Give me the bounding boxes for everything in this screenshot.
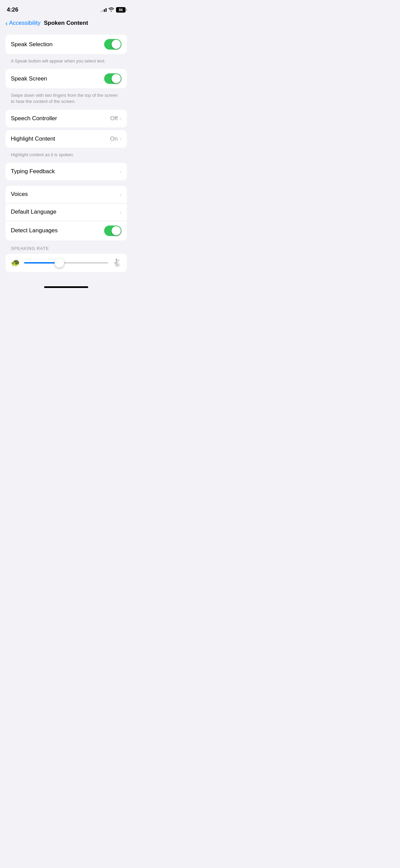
speak-selection-note: A Speak button will appear when you sele… xyxy=(5,56,127,69)
highlight-content-note: Highlight content as it is spoken. xyxy=(5,150,127,163)
battery-icon: 86 xyxy=(116,7,126,13)
voices-label: Voices xyxy=(11,191,28,198)
speak-selection-row[interactable]: Speak Selection xyxy=(5,35,127,54)
speaking-rate-slider[interactable] xyxy=(24,262,108,264)
voices-right: › xyxy=(120,192,121,197)
toggle-knob xyxy=(112,74,121,83)
status-time: 4:26 xyxy=(7,6,18,13)
status-bar: 4:26 86 xyxy=(0,0,132,17)
speak-selection-toggle[interactable] xyxy=(104,39,121,50)
typing-feedback-label: Typing Feedback xyxy=(11,168,55,175)
chevron-icon: › xyxy=(120,136,121,142)
turtle-icon: 🐢 xyxy=(11,258,20,267)
speak-screen-label: Speak Screen xyxy=(11,75,47,82)
voices-group-card: Voices › Default Language › Detect Langu… xyxy=(5,186,127,240)
wifi-icon xyxy=(109,7,114,13)
nav-header: ‹ Accessibility Spoken Content xyxy=(0,17,132,32)
highlight-content-card: Highlight Content On › xyxy=(5,130,127,148)
detect-languages-toggle[interactable] xyxy=(104,225,121,236)
chevron-icon: › xyxy=(120,168,121,174)
speak-screen-note: Swipe down with two fingers from the top… xyxy=(5,90,127,109)
home-indicator xyxy=(0,282,132,291)
speak-screen-card: Speak Screen xyxy=(5,69,127,88)
back-button[interactable]: ‹ Accessibility xyxy=(5,20,40,26)
typing-feedback-card: Typing Feedback › xyxy=(5,163,127,180)
speech-controller-value: Off xyxy=(110,115,118,122)
typing-feedback-row[interactable]: Typing Feedback › xyxy=(5,163,127,180)
speaking-rate-label: SPEAKING RATE xyxy=(5,246,127,254)
back-label[interactable]: Accessibility xyxy=(9,20,41,26)
settings-content: Speak Selection A Speak button will appe… xyxy=(0,32,132,277)
speaking-rate-card: 🐢 🐇 xyxy=(5,254,127,272)
highlight-content-right: On › xyxy=(110,135,121,142)
detect-languages-row[interactable]: Detect Languages xyxy=(5,221,127,240)
rabbit-icon: 🐇 xyxy=(112,258,121,267)
detect-languages-label: Detect Languages xyxy=(11,227,58,234)
highlight-content-value: On xyxy=(110,135,118,142)
status-icons: 86 xyxy=(100,7,126,13)
toggle-knob xyxy=(112,226,121,235)
speech-controller-right: Off › xyxy=(110,115,121,122)
rate-slider-row: 🐢 🐇 xyxy=(11,258,121,267)
slider-thumb[interactable] xyxy=(55,258,64,268)
chevron-icon: › xyxy=(120,192,121,197)
speak-screen-toggle[interactable] xyxy=(104,73,121,84)
voices-row[interactable]: Voices › xyxy=(5,186,127,203)
highlight-content-label: Highlight Content xyxy=(11,135,55,142)
speak-screen-row[interactable]: Speak Screen xyxy=(5,69,127,88)
highlight-content-row[interactable]: Highlight Content On › xyxy=(5,130,127,148)
default-language-label: Default Language xyxy=(11,209,56,215)
speech-controller-card: Speech Controller Off › xyxy=(5,110,127,127)
back-chevron-icon: ‹ xyxy=(5,20,8,26)
speech-controller-row[interactable]: Speech Controller Off › xyxy=(5,110,127,127)
chevron-icon: › xyxy=(120,209,121,215)
speech-controller-label: Speech Controller xyxy=(11,115,57,122)
toggle-knob xyxy=(112,40,121,49)
page-title: Spoken Content xyxy=(44,20,88,26)
default-language-right: › xyxy=(120,209,121,215)
speak-selection-label: Speak Selection xyxy=(11,41,53,48)
default-language-row[interactable]: Default Language › xyxy=(5,203,127,221)
typing-feedback-right: › xyxy=(120,168,121,174)
speak-selection-card: Speak Selection xyxy=(5,35,127,54)
home-bar xyxy=(44,286,88,288)
signal-icon xyxy=(100,8,107,12)
chevron-icon: › xyxy=(120,115,121,121)
